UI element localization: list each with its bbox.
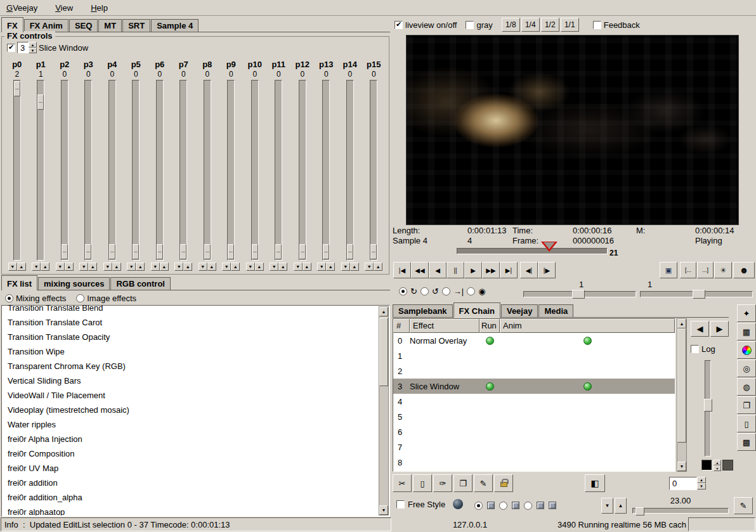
run-lamp-icon[interactable] [486, 382, 494, 391]
liveview-checkbox[interactable] [394, 21, 403, 29]
fill-button[interactable]: ◧ [585, 474, 605, 492]
param-decrement-icon[interactable]: ▼ [365, 263, 374, 271]
chain-col-index[interactable]: # [393, 319, 410, 333]
param-decrement-icon[interactable]: ▼ [246, 263, 255, 271]
scroll-down-icon[interactable]: ▼ [677, 462, 686, 471]
style-a-radio[interactable] [474, 502, 483, 510]
param-decrement-icon[interactable]: ▼ [79, 263, 88, 271]
scale-1-2-button[interactable]: 1/2 [541, 18, 559, 32]
style-b-radio[interactable] [499, 502, 507, 510]
param-slider-handle[interactable] [37, 94, 44, 110]
scrollbar-track[interactable] [677, 328, 686, 462]
color-swatch-black[interactable] [701, 460, 712, 470]
param-slider-handle[interactable] [62, 244, 68, 259]
effect-list-item[interactable]: frei0r Alpha Injection [3, 432, 379, 446]
lock-button[interactable] [494, 474, 513, 492]
param-slider-handle[interactable] [180, 244, 186, 259]
param-increment-icon[interactable]: ▲ [374, 263, 382, 271]
effect-list-item[interactable]: frei0r Composition [3, 446, 379, 461]
param-increment-icon[interactable]: ▲ [112, 263, 121, 271]
param-slider-track[interactable] [227, 80, 235, 261]
param-slider-handle[interactable] [370, 244, 377, 259]
param-slider-track[interactable] [13, 80, 21, 261]
color-button[interactable] [737, 341, 756, 359]
param-slider-track[interactable] [156, 80, 164, 261]
param-slider-handle[interactable] [133, 244, 139, 259]
param-increment-icon[interactable]: ▲ [278, 263, 287, 271]
fx-chain-row[interactable]: 3Slice Window [393, 379, 675, 394]
chain-opacity-slider[interactable] [705, 360, 711, 457]
param-increment-icon[interactable]: ▲ [231, 263, 240, 271]
param-slider-handle[interactable] [204, 244, 211, 259]
param-increment-icon[interactable]: ▲ [350, 263, 359, 271]
param-decrement-icon[interactable]: ▼ [317, 263, 326, 271]
chain-prev-button[interactable]: ◀ [691, 321, 709, 337]
fx-chain-row[interactable]: 7 [393, 439, 675, 455]
tab-veejay[interactable]: Veejay [501, 304, 538, 317]
param-decrement-icon[interactable]: ▼ [174, 263, 183, 271]
param-slider-track[interactable] [346, 80, 354, 261]
new-sample-button[interactable]: ✦ [737, 304, 756, 322]
param-slider-handle[interactable] [299, 244, 306, 259]
chain-opacity-handle[interactable] [704, 399, 712, 412]
free-style-checkbox[interactable] [396, 500, 405, 509]
goto-start-button[interactable]: |◀ [393, 262, 411, 278]
param-slider-track[interactable] [84, 80, 92, 261]
fx-chain-row[interactable]: 8 [393, 455, 675, 470]
fx-chain-row[interactable]: 0Normal Overlay [393, 333, 675, 348]
param-decrement-icon[interactable]: ▼ [270, 263, 278, 271]
goto-end-button[interactable]: ▶| [500, 262, 518, 278]
tab-fx-list[interactable]: FX list [1, 275, 37, 290]
scale-1-1-button[interactable]: 1/1 [561, 18, 579, 32]
menu-help[interactable]: Help [91, 3, 108, 13]
param-slider-handle[interactable] [14, 81, 20, 96]
param-slider-track[interactable] [204, 80, 211, 261]
param-increment-icon[interactable]: ▲ [88, 263, 97, 271]
loop-pingpong-radio[interactable] [420, 287, 429, 295]
fast-forward-button[interactable]: ▶▶ [482, 262, 500, 278]
tab-fx-chain[interactable]: FX Chain [453, 302, 500, 318]
effect-list-item[interactable]: Transition Translate Blend [3, 301, 379, 315]
param-increment-icon[interactable]: ▲ [207, 263, 216, 271]
fx-chain-row[interactable]: 1 [393, 348, 675, 363]
play-backward-button[interactable]: ◀ [429, 262, 446, 278]
param-increment-icon[interactable]: ▲ [255, 263, 264, 271]
param-slider-handle[interactable] [85, 244, 91, 259]
timeline-slider[interactable] [457, 248, 608, 254]
play-button[interactable]: ▶ [464, 262, 482, 278]
fx-id-value[interactable]: 3 [17, 42, 29, 53]
copy-sample-button[interactable]: ❐ [737, 396, 756, 414]
chain-col-anim[interactable]: Anim [500, 319, 675, 333]
fx-chain-row[interactable]: 5 [393, 409, 675, 424]
effect-list-item[interactable]: Vertical Sliding Bars [3, 373, 379, 388]
scroll-up-icon[interactable]: ▲ [379, 307, 388, 316]
param-decrement-icon[interactable]: ▼ [127, 263, 136, 271]
copy-effect-button[interactable]: ❐ [453, 474, 472, 492]
grid-button[interactable]: ▩ [737, 433, 756, 451]
clear-chain-button[interactable]: ▯ [413, 474, 432, 492]
feedback-checkbox[interactable] [593, 21, 601, 29]
spin-up-icon[interactable]: ▲ [697, 477, 706, 483]
fx-chain-row[interactable]: 2 [393, 363, 675, 379]
param-increment-icon[interactable]: ▲ [65, 263, 74, 271]
param-slider-track[interactable] [299, 80, 306, 261]
param-slider-track[interactable] [179, 80, 187, 261]
param-increment-icon[interactable]: ▲ [17, 263, 26, 271]
param-increment-icon[interactable]: ▲ [183, 263, 192, 271]
fx-enable-checkbox[interactable] [7, 44, 15, 52]
color-swatch-gray[interactable] [722, 460, 733, 470]
param-increment-icon[interactable]: ▲ [160, 263, 169, 271]
effect-list-item[interactable]: Transition Translate Opacity [3, 330, 379, 344]
effect-list-item[interactable]: VideoWall / Tile Placement [3, 388, 379, 403]
delete-effect-button[interactable]: ✂ [393, 474, 412, 492]
param-slider-handle[interactable] [323, 244, 329, 259]
loop-normal-radio[interactable] [399, 287, 407, 295]
menu-view[interactable]: View [55, 3, 73, 13]
param-decrement-icon[interactable]: ▼ [103, 263, 112, 271]
speed-up-button[interactable]: ▲ [615, 498, 627, 514]
param-slider-handle[interactable] [109, 244, 115, 259]
param-increment-icon[interactable]: ▲ [326, 263, 335, 271]
log-checkbox[interactable] [691, 345, 699, 353]
scroll-down-icon[interactable]: ▼ [379, 505, 388, 515]
scale-1-4-button[interactable]: 1/4 [521, 18, 540, 32]
